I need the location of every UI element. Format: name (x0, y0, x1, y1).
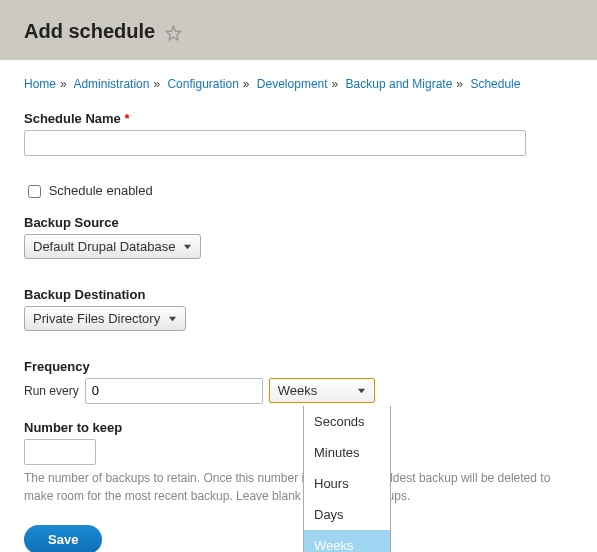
schedule-enabled-label: Schedule enabled (49, 183, 153, 198)
svg-marker-0 (166, 26, 180, 39)
svg-marker-2 (169, 316, 176, 321)
backup-source-select[interactable]: Default Drupal Database (24, 234, 201, 259)
caret-down-icon (357, 386, 366, 395)
schedule-enabled-checkbox[interactable] (28, 185, 41, 198)
caret-down-icon (168, 314, 177, 323)
breadcrumb-link[interactable]: Schedule (470, 77, 520, 91)
schedule-name-label: Schedule Name * (24, 111, 573, 126)
number-to-keep-label: Number to keep (24, 420, 573, 435)
frequency-unit-option[interactable]: Minutes (304, 437, 390, 468)
breadcrumb-link[interactable]: Backup and Migrate (346, 77, 453, 91)
backup-destination-label: Backup Destination (24, 287, 573, 302)
number-to-keep-help: The number of backups to retain. Once th… (24, 469, 573, 505)
breadcrumb-link[interactable]: Administration (73, 77, 149, 91)
caret-down-icon (183, 242, 192, 251)
save-button[interactable]: Save (24, 525, 102, 552)
star-icon[interactable] (165, 25, 182, 45)
page-title: Add schedule (24, 20, 155, 43)
svg-marker-3 (358, 389, 365, 394)
schedule-name-input[interactable] (24, 130, 526, 156)
backup-source-label: Backup Source (24, 215, 573, 230)
frequency-unit-option[interactable]: Weeks (304, 530, 390, 552)
breadcrumb: Home» Administration» Configuration» Dev… (24, 75, 573, 93)
backup-destination-select[interactable]: Private Files Directory (24, 306, 186, 331)
content: Home» Administration» Configuration» Dev… (0, 60, 597, 552)
breadcrumb-link[interactable]: Development (257, 77, 328, 91)
frequency-unit-select[interactable]: Weeks (269, 378, 375, 403)
frequency-unit-options: Seconds Minutes Hours Days Weeks (303, 406, 391, 552)
breadcrumb-link[interactable]: Configuration (167, 77, 238, 91)
breadcrumb-link[interactable]: Home (24, 77, 56, 91)
frequency-unit-option[interactable]: Hours (304, 468, 390, 499)
number-to-keep-input[interactable] (24, 439, 96, 465)
frequency-value-input[interactable] (85, 378, 263, 404)
frequency-unit-option[interactable]: Days (304, 499, 390, 530)
svg-marker-1 (184, 244, 191, 249)
frequency-label: Frequency (24, 359, 573, 374)
page-header: Add schedule (0, 0, 597, 60)
frequency-unit-option[interactable]: Seconds (304, 406, 390, 437)
run-every-label: Run every (24, 384, 79, 398)
